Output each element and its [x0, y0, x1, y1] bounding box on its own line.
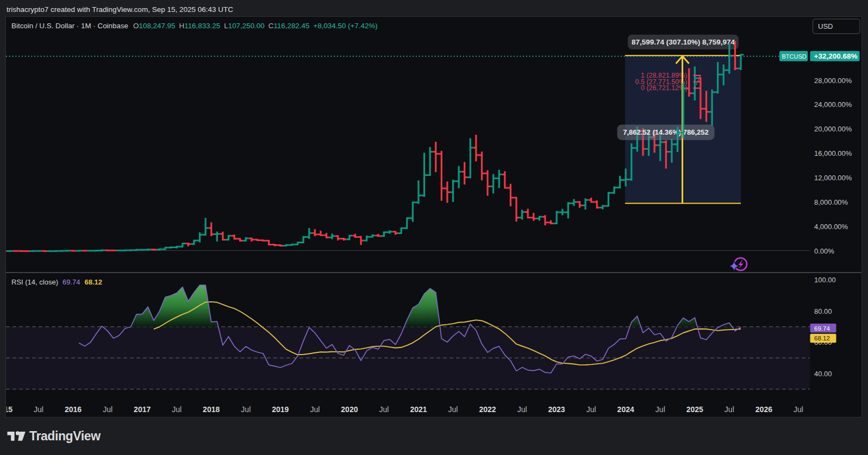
svg-text:80.00: 80.00 — [814, 307, 832, 315]
svg-text:BTCUSD: BTCUSD — [782, 53, 807, 60]
svg-text:0 (26,721.12%): 0 (26,721.12%) — [641, 84, 687, 92]
svg-text:40.00: 40.00 — [814, 370, 832, 378]
svg-text:trishacrypto7 created with Tra: trishacrypto7 created with TradingView.c… — [7, 5, 233, 14]
svg-text:TradingView: TradingView — [29, 429, 101, 443]
svg-text:RSI (14, close)69.7468.12: RSI (14, close)69.7468.12 — [11, 278, 102, 286]
svg-text:2019: 2019 — [272, 405, 289, 414]
svg-text:2024: 2024 — [617, 405, 634, 414]
svg-text:Jul: Jul — [379, 405, 389, 414]
svg-text:8,000.00%: 8,000.00% — [814, 198, 848, 206]
svg-text:20,000.00%: 20,000.00% — [814, 125, 852, 133]
svg-text:Jul: Jul — [34, 405, 43, 414]
svg-text:69.74: 69.74 — [814, 325, 830, 332]
svg-text:USD: USD — [818, 22, 833, 30]
svg-text:2021: 2021 — [410, 405, 427, 414]
svg-text:2018: 2018 — [203, 405, 220, 414]
svg-text:Jul: Jul — [794, 405, 803, 414]
svg-text:Jul: Jul — [655, 405, 665, 414]
svg-text:0.00%: 0.00% — [814, 247, 834, 255]
svg-text:12,000.00%: 12,000.00% — [814, 174, 852, 182]
svg-text:Jul: Jul — [725, 405, 734, 414]
svg-text:Jul: Jul — [310, 405, 320, 414]
svg-text:2022: 2022 — [479, 405, 496, 414]
svg-text:2020: 2020 — [341, 405, 358, 414]
svg-text:16,000.00%: 16,000.00% — [814, 149, 852, 157]
svg-text:Jul: Jul — [448, 405, 458, 414]
svg-text:24,000.00%: 24,000.00% — [814, 100, 852, 109]
svg-text:Bitcoin / U.S. Dollar · 1M · C: Bitcoin / U.S. Dollar · 1M · CoinbaseO10… — [11, 22, 378, 30]
svg-text:2016: 2016 — [65, 405, 82, 414]
svg-text:87,599.74 (307.10%) 8,759,974: 87,599.74 (307.10%) 8,759,974 — [632, 38, 735, 46]
svg-text:2026: 2026 — [755, 405, 772, 414]
svg-text:Jul: Jul — [586, 405, 596, 414]
svg-text:2023: 2023 — [548, 405, 565, 414]
svg-text:Jul: Jul — [241, 405, 251, 414]
svg-text:Jul: Jul — [172, 405, 182, 414]
svg-text:Jul: Jul — [517, 405, 527, 414]
svg-text:Jul: Jul — [103, 405, 113, 414]
svg-text:7,862.52 (14.36%) 786,252: 7,862.52 (14.36%) 786,252 — [623, 128, 709, 136]
svg-text:2025: 2025 — [686, 405, 703, 414]
svg-text:68.12: 68.12 — [814, 335, 830, 342]
svg-text:100.00: 100.00 — [814, 276, 836, 284]
svg-text:28,000.00%: 28,000.00% — [814, 77, 852, 85]
svg-text:+32,200.68%: +32,200.68% — [814, 52, 858, 60]
svg-text:4,000.00%: 4,000.00% — [814, 223, 848, 231]
svg-text:2017: 2017 — [134, 405, 151, 414]
